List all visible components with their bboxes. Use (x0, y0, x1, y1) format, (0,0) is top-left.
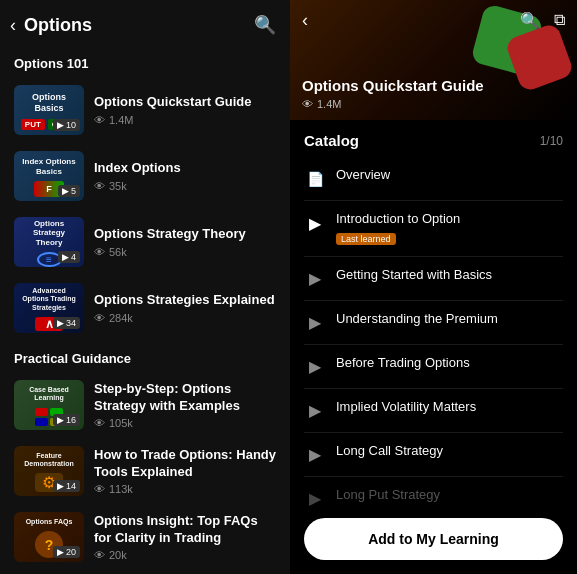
thumb-badge-3: ▶34 (53, 317, 80, 329)
catalog-item-text-getting-started: Getting Started with Basics (336, 267, 563, 284)
course-thumb-faqs: Options FAQs ? ▶20 (14, 512, 84, 562)
section-label-options101: Options 101 (0, 46, 290, 77)
catalog-item-title-long-put: Long Put Strategy (336, 487, 563, 504)
right-search-button[interactable]: 🔍 (520, 11, 540, 30)
put-badge: PUT (21, 119, 45, 130)
course-info-quickstart: Options Quickstart Guide 👁1.4M (94, 94, 276, 126)
left-panel-title: Options (24, 15, 92, 36)
catalog-item-title-implied-volatility: Implied Volatility Matters (336, 399, 563, 416)
play-icon-long-put: ▶ (304, 488, 326, 508)
right-panel-header: ‹ 🔍 ⧉ Options Quickstart Guide 👁1.4M (290, 0, 577, 120)
course-title-handy-tools: How to Trade Options: Handy Tools Explai… (94, 447, 276, 481)
right-course-views: 👁1.4M (302, 98, 484, 110)
thumb-badge-2: ▶4 (58, 251, 80, 263)
catalog-item-understanding-premium[interactable]: ▶ Understanding the Premium (304, 301, 563, 345)
course-info-faqs: Options Insight: Top FAQs for Clarity in… (94, 513, 276, 562)
catalog-item-title-getting-started: Getting Started with Basics (336, 267, 563, 284)
play-icon-intro: ▶ (304, 212, 326, 234)
course-item-strategy-theory[interactable]: Options Strategy Theory ≡ ▶4 Options Str… (0, 209, 290, 275)
course-title-strategies-explained: Options Strategies Explained (94, 292, 276, 309)
course-info-index-options: Index Options 👁35k (94, 160, 276, 192)
catalog-item-long-put[interactable]: ▶ Long Put Strategy (304, 477, 563, 508)
catalog-item-title-understanding-premium: Understanding the Premium (336, 311, 563, 328)
left-header-left: ‹ Options (10, 15, 92, 36)
catalog-item-text-implied-volatility: Implied Volatility Matters (336, 399, 563, 416)
play-icon-getting-started: ▶ (304, 268, 326, 290)
course-title-quickstart: Options Quickstart Guide (94, 94, 276, 111)
course-thumb-step-by-step: Case Based Learning ▶16 (14, 380, 84, 430)
course-thumb-strategies-explained: Advanced Options Trading Strategies ∧ ▶3… (14, 283, 84, 333)
right-course-title: Options Quickstart Guide (302, 77, 484, 94)
course-item-options-quickstart[interactable]: Options Basics PUT CALL ▶10 Options Quic… (0, 77, 290, 143)
right-course-info: Options Quickstart Guide 👁1.4M (302, 77, 484, 110)
course-title-index-options: Index Options (94, 160, 276, 177)
course-info-strategy-theory: Options Strategy Theory 👁56k (94, 226, 276, 258)
course-title-strategy-theory: Options Strategy Theory (94, 226, 276, 243)
catalog-count: 1/10 (540, 134, 563, 148)
right-header-nav: ‹ 🔍 ⧉ (290, 10, 577, 31)
course-info-handy-tools: How to Trade Options: Handy Tools Explai… (94, 447, 276, 496)
left-panel: ‹ Options 🔍 Options 101 Options Basics P… (0, 0, 290, 574)
catalog-item-before-trading[interactable]: ▶ Before Trading Options (304, 345, 563, 389)
catalog-item-text-before-trading: Before Trading Options (336, 355, 563, 372)
course-views-quickstart: 👁1.4M (94, 114, 276, 126)
course-thumb-index-options: Index Options Basics F ▶5 (14, 151, 84, 201)
catalog-item-text-long-call: Long Call Strategy (336, 443, 563, 460)
course-item-step-by-step[interactable]: Case Based Learning ▶16 Step-by-Step: Op… (0, 372, 290, 438)
right-panel: ‹ 🔍 ⧉ Options Quickstart Guide 👁1.4M Cat… (290, 0, 577, 574)
last-learned-badge: Last learned (336, 233, 396, 245)
catalog-item-title-before-trading: Before Trading Options (336, 355, 563, 372)
catalog-item-overview[interactable]: 📄 Overview (304, 157, 563, 201)
catalog-item-implied-volatility[interactable]: ▶ Implied Volatility Matters (304, 389, 563, 433)
play-icon-implied-volatility: ▶ (304, 400, 326, 422)
thumb-badge-0: ▶10 (53, 119, 80, 131)
course-title-faqs: Options Insight: Top FAQs for Clarity in… (94, 513, 276, 547)
course-views-strategies-explained: 👁284k (94, 312, 276, 324)
catalog-item-title-overview: Overview (336, 167, 563, 184)
course-views-step-by-step: 👁105k (94, 417, 276, 429)
course-thumb-handy-tools: Feature Demonstration ⚙ ▶14 (14, 446, 84, 496)
course-title-step-by-step: Step-by-Step: Options Strategy with Exam… (94, 381, 276, 415)
nav-icons: 🔍 ⧉ (520, 11, 565, 30)
course-views-faqs: 👁20k (94, 549, 276, 561)
catalog-item-getting-started[interactable]: ▶ Getting Started with Basics (304, 257, 563, 301)
thumb-badge-1: ▶5 (58, 185, 80, 197)
catalog-item-text-long-put: Long Put Strategy (336, 487, 563, 504)
thumb-badge-6: ▶20 (53, 546, 80, 558)
catalog-item-text-overview: Overview (336, 167, 563, 184)
catalog-list: 📄 Overview ▶ Introduction to Option Last… (290, 157, 577, 508)
course-info-strategies-explained: Options Strategies Explained 👁284k (94, 292, 276, 324)
catalog-item-text-understanding-premium: Understanding the Premium (336, 311, 563, 328)
play-icon-before-trading: ▶ (304, 356, 326, 378)
catalog-item-title-long-call: Long Call Strategy (336, 443, 563, 460)
course-item-strategies-explained[interactable]: Advanced Options Trading Strategies ∧ ▶3… (0, 275, 290, 341)
search-button[interactable]: 🔍 (254, 14, 276, 36)
play-icon-understanding-premium: ▶ (304, 312, 326, 334)
catalog-item-title-intro: Introduction to Option (336, 211, 563, 228)
left-header: ‹ Options 🔍 (0, 0, 290, 46)
course-thumb-options-quickstart: Options Basics PUT CALL ▶10 (14, 85, 84, 135)
course-views-index-options: 👁35k (94, 180, 276, 192)
course-item-handy-tools[interactable]: Feature Demonstration ⚙ ▶14 How to Trade… (0, 438, 290, 504)
section-label-practical: Practical Guidance (0, 341, 290, 372)
course-item-faqs[interactable]: Options FAQs ? ▶20 Options Insight: Top … (0, 504, 290, 570)
add-button-container: Add to My Learning (290, 508, 577, 574)
back-button[interactable]: ‹ (10, 15, 16, 36)
thumb-badge-5: ▶14 (53, 480, 80, 492)
course-views-handy-tools: 👁113k (94, 483, 276, 495)
doc-icon-overview: 📄 (304, 168, 326, 190)
right-back-button[interactable]: ‹ (302, 10, 308, 31)
catalog-item-intro[interactable]: ▶ Introduction to Option Last learned (304, 201, 563, 257)
catalog-label: Catalog (304, 132, 359, 149)
right-external-button[interactable]: ⧉ (554, 11, 565, 30)
thumb-badge-4: ▶16 (53, 414, 80, 426)
catalog-item-long-call[interactable]: ▶ Long Call Strategy (304, 433, 563, 477)
catalog-item-text-intro: Introduction to Option Last learned (336, 211, 563, 246)
course-item-index-options[interactable]: Index Options Basics F ▶5 Index Options … (0, 143, 290, 209)
course-thumb-strategy-theory: Options Strategy Theory ≡ ▶4 (14, 217, 84, 267)
add-to-my-learning-button[interactable]: Add to My Learning (304, 518, 563, 560)
course-info-step-by-step: Step-by-Step: Options Strategy with Exam… (94, 381, 276, 430)
play-icon-long-call: ▶ (304, 444, 326, 466)
course-views-strategy-theory: 👁56k (94, 246, 276, 258)
catalog-header: Catalog 1/10 (290, 120, 577, 157)
